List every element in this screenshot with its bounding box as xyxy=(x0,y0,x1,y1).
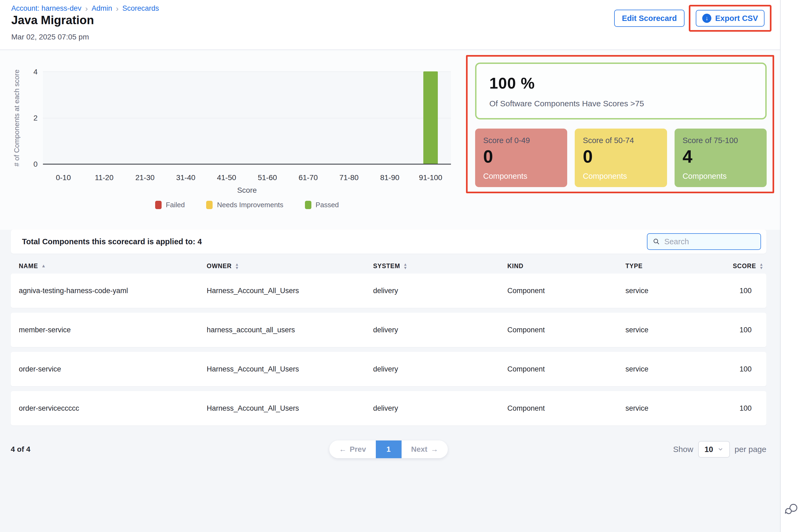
cell-owner: Harness_Account_All_Users xyxy=(207,404,373,413)
score-card-value: 0 xyxy=(583,148,659,165)
cell-kind: Component xyxy=(507,287,626,295)
cell-name: member-service xyxy=(19,326,207,334)
x-tick: 11-20 xyxy=(84,173,125,182)
page-number-button[interactable]: 1 xyxy=(376,440,402,458)
chart-y-axis-label: # of Components at each score xyxy=(13,62,21,174)
edit-scorecard-button[interactable]: Edit Scorecard xyxy=(614,10,685,27)
x-tick: 61-70 xyxy=(288,173,328,182)
table-column-headers: NAME ▲ OWNER ▲▼ SYSTEM ▲▼ KIND TYPE SCOR… xyxy=(11,259,766,273)
cell-type: service xyxy=(626,365,733,373)
sort-ascending-icon: ▲ xyxy=(41,263,46,269)
cell-owner: harness_account_all_users xyxy=(207,326,373,334)
score-card-caption: Components xyxy=(483,172,559,180)
breadcrumb: Account: harness-dev › Admin › Scorecard… xyxy=(11,4,159,13)
cell-type: service xyxy=(626,287,733,295)
x-tick: 0-10 xyxy=(43,173,84,182)
chevron-down-icon xyxy=(718,446,723,452)
chart-x-axis-label: Score xyxy=(43,186,451,195)
x-tick: 51-60 xyxy=(247,173,288,182)
table-row[interactable]: agniva-testing-harness-code-yaml Harness… xyxy=(11,273,766,308)
score-card-caption: Components xyxy=(683,172,759,180)
cell-score: 100 xyxy=(733,326,758,334)
search-box[interactable] xyxy=(647,233,761,250)
score-card-caption: Components xyxy=(583,172,659,180)
breadcrumb-account-link[interactable]: Account: harness-dev xyxy=(11,4,81,13)
cell-name: order-serviceccccc xyxy=(19,404,207,413)
edit-scorecard-label: Edit Scorecard xyxy=(622,14,677,23)
page-header: Account: harness-dev › Admin › Scorecard… xyxy=(0,0,801,50)
cell-kind: Component xyxy=(507,365,626,373)
x-tick: 21-30 xyxy=(125,173,165,182)
column-header-type[interactable]: TYPE xyxy=(626,263,733,270)
column-header-name[interactable]: NAME ▲ xyxy=(19,263,207,270)
y-tick-2: 2 xyxy=(24,114,38,122)
export-csv-annotation-box: ↓ Export CSV xyxy=(689,5,771,32)
table-row[interactable]: order-service Harness_Account_All_Users … xyxy=(11,352,766,386)
cell-name: order-service xyxy=(19,365,207,373)
x-tick: 91-100 xyxy=(410,173,451,182)
score-card-75-100[interactable]: Score of 75-100 4 Components xyxy=(674,129,767,187)
scorecard-details-page: Account: harness-dev › Admin › Scorecard… xyxy=(0,0,801,532)
x-tick: 71-80 xyxy=(328,173,369,182)
table-topbar: Total Components this scorecard is appli… xyxy=(11,229,766,254)
breadcrumb-admin-link[interactable]: Admin xyxy=(92,4,112,13)
cell-kind: Component xyxy=(507,404,626,413)
score-card-value: 4 xyxy=(683,148,759,165)
pagination: ← Prev 1 Next → xyxy=(329,440,448,458)
page-title: Java Migration xyxy=(11,14,94,27)
right-rail xyxy=(780,0,801,532)
score-card-label: Score of 0-49 xyxy=(483,136,559,145)
cell-system: delivery xyxy=(373,326,507,334)
column-header-score[interactable]: SCORE ▲▼ xyxy=(733,263,764,270)
search-input[interactable] xyxy=(664,237,755,246)
chat-support-icon[interactable] xyxy=(784,502,798,516)
x-tick: 41-50 xyxy=(206,173,247,182)
score-card-0-49[interactable]: Score of 0-49 0 Components xyxy=(475,129,567,187)
x-tick: 31-40 xyxy=(165,173,206,182)
cell-name: agniva-testing-harness-code-yaml xyxy=(19,287,207,295)
legend-item-needs-improvements[interactable]: Needs Improvements xyxy=(206,201,283,209)
score-card-50-74[interactable]: Score of 50-74 0 Components xyxy=(575,129,667,187)
chart-bar-91-100[interactable] xyxy=(423,71,438,164)
chevron-right-icon: › xyxy=(85,5,88,12)
prev-page-button[interactable]: ← Prev xyxy=(329,440,376,458)
legend-label: Passed xyxy=(316,201,339,209)
table-row[interactable]: order-serviceccccc Harness_Account_All_U… xyxy=(11,391,766,425)
sort-icon: ▲▼ xyxy=(759,263,764,269)
column-header-kind[interactable]: KIND xyxy=(507,263,626,270)
breadcrumb-scorecards-link[interactable]: Scorecards xyxy=(122,4,159,13)
page-size-control: Show 10 per page xyxy=(515,441,766,458)
column-header-owner[interactable]: OWNER ▲▼ xyxy=(207,263,373,270)
legend-swatch-failed-icon xyxy=(155,201,161,209)
per-page-label: per page xyxy=(735,445,766,454)
x-tick: 81-90 xyxy=(369,173,410,182)
percent-caption: Of Software Components Have Scores >75 xyxy=(489,99,765,108)
legend-item-passed[interactable]: Passed xyxy=(305,201,339,209)
cell-system: delivery xyxy=(373,365,507,373)
score-card-label: Score of 50-74 xyxy=(583,136,659,145)
cell-system: delivery xyxy=(373,287,507,295)
x-tick-labels: 0-10 11-20 21-30 31-40 41-50 51-60 61-70… xyxy=(43,173,451,182)
cell-system: delivery xyxy=(373,404,507,413)
cell-score: 100 xyxy=(733,404,758,413)
scorecard-timestamp: Mar 02, 2025 07:05 pm xyxy=(11,33,89,41)
cell-score: 100 xyxy=(733,287,758,295)
score-card-label: Score of 75-100 xyxy=(683,136,759,145)
score-range-cards: Score of 0-49 0 Components Score of 50-7… xyxy=(475,129,767,187)
column-header-system[interactable]: SYSTEM ▲▼ xyxy=(373,263,507,270)
legend-item-failed[interactable]: Failed xyxy=(155,201,185,209)
page-size-dropdown[interactable]: 10 xyxy=(698,441,730,458)
cell-type: service xyxy=(626,404,733,413)
next-page-button[interactable]: Next → xyxy=(402,440,448,458)
export-csv-button[interactable]: ↓ Export CSV xyxy=(696,10,764,26)
score-summary-annotation-box: 100 % Of Software Components Have Scores… xyxy=(466,55,774,193)
sort-icon: ▲▼ xyxy=(403,263,408,269)
arrow-left-icon: ← xyxy=(339,445,346,454)
export-csv-label: Export CSV xyxy=(715,14,758,23)
y-tick-4: 4 xyxy=(24,68,38,76)
table-row[interactable]: member-service harness_account_all_users… xyxy=(11,313,766,347)
percent-above-threshold-card: 100 % Of Software Components Have Scores… xyxy=(475,62,767,119)
arrow-right-icon: → xyxy=(431,445,438,454)
components-table-section: Total Components this scorecard is appli… xyxy=(11,229,766,458)
y-tick-0: 0 xyxy=(24,160,38,169)
